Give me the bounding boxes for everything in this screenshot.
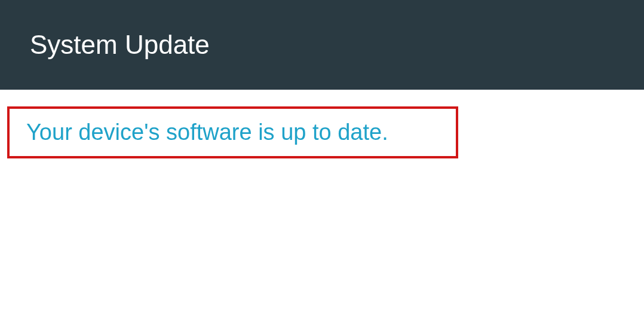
update-status-message: Your device's software is up to date. bbox=[26, 120, 439, 145]
main-content: Your device's software is up to date. bbox=[0, 90, 644, 175]
page-title: System Update bbox=[30, 30, 210, 60]
status-highlight-box: Your device's software is up to date. bbox=[7, 106, 458, 158]
app-header: System Update bbox=[0, 0, 644, 90]
